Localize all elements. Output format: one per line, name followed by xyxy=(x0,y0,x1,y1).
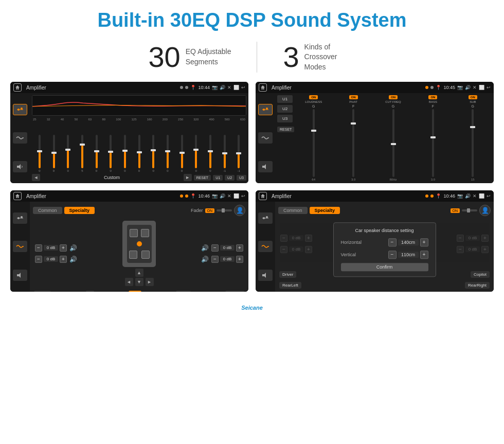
spec-profile-btn[interactable]: 👤 xyxy=(234,205,245,216)
eq-val-5: 0 xyxy=(96,169,97,172)
eq-preset-label: Custom xyxy=(42,175,182,180)
dist-rearleft-btn[interactable]: RearLeft xyxy=(279,282,301,289)
spec-fr-minus[interactable]: − xyxy=(211,244,219,252)
dist-rearright-btn[interactable]: RearRight xyxy=(465,282,490,289)
dist-driver-btn[interactable]: Driver xyxy=(279,271,296,278)
dist-sidebar-eq-btn[interactable] xyxy=(258,212,273,224)
sidebar-wave-btn[interactable] xyxy=(13,132,27,144)
dist-fl-plus[interactable]: + xyxy=(305,235,312,242)
eq-val-14: -1 xyxy=(223,169,226,172)
back-icon[interactable]: ↩ xyxy=(241,85,245,90)
spec-all-btn[interactable]: All xyxy=(129,291,141,292)
xover-phat-slider[interactable] xyxy=(352,109,354,177)
spec-copilot-btn[interactable]: Copilot xyxy=(225,291,244,292)
xover-u3-btn[interactable]: U3 xyxy=(277,115,293,122)
dist-rr-minus[interactable]: − xyxy=(457,246,464,253)
spec-fl-plus[interactable]: + xyxy=(60,244,67,252)
eq-u1-btn[interactable]: U1 xyxy=(213,175,223,181)
xover-main: U1 U2 U3 RESET ON LOUDNESS G 64 xyxy=(275,93,494,183)
xover-u2-btn[interactable]: U2 xyxy=(277,105,293,113)
xover-bass-slider[interactable] xyxy=(432,109,434,177)
sidebar-eq-btn[interactable] xyxy=(13,104,27,115)
sidebar-vol-btn[interactable] xyxy=(13,161,27,172)
eq-next-btn[interactable]: ► xyxy=(184,174,192,181)
spec-tab-specialty[interactable]: Specialty xyxy=(64,207,95,214)
eq-reset-btn[interactable]: RESET xyxy=(194,175,211,181)
spec-close-icon[interactable]: ✕ xyxy=(227,193,231,199)
spec-rl-plus[interactable]: + xyxy=(60,256,67,263)
dialog-horizontal-minus[interactable]: − xyxy=(388,238,397,246)
spec-rr-minus[interactable]: − xyxy=(211,256,219,263)
dist-tab-specialty[interactable]: Specialty xyxy=(310,207,340,214)
spec-rr-ctrl: 🔊 − 0 dB + xyxy=(201,256,243,263)
spec-sidebar-vol-btn[interactable] xyxy=(13,270,27,281)
eq-u2-btn[interactable]: U2 xyxy=(225,175,235,181)
confirm-button[interactable]: Confirm xyxy=(341,263,428,271)
window-icon[interactable]: ⬜ xyxy=(233,85,239,90)
xover-sub-slider[interactable] xyxy=(472,109,474,177)
spec-screen-title: Amplifier xyxy=(24,193,177,199)
dist-profile-btn[interactable]: 👤 xyxy=(479,205,491,216)
dialog-horizontal-plus[interactable]: + xyxy=(420,238,428,246)
spec-tab-common[interactable]: Common xyxy=(33,207,62,214)
xover-close-icon[interactable]: ✕ xyxy=(473,85,477,90)
dialog-vertical-plus[interactable]: + xyxy=(420,251,428,259)
spec-home-icon[interactable] xyxy=(13,192,22,200)
xover-u1-btn[interactable]: U1 xyxy=(277,95,293,103)
spec-user-btn[interactable]: User xyxy=(176,291,191,292)
dist-fl-minus[interactable]: − xyxy=(280,235,287,242)
dist-rr-plus[interactable]: + xyxy=(481,246,489,253)
dist-rl-minus[interactable]: − xyxy=(280,246,287,253)
dist-window-icon[interactable]: ⬜ xyxy=(479,193,484,199)
eq-slider-10: 0 xyxy=(161,135,174,172)
eq-prev-btn[interactable]: ◄ xyxy=(32,174,40,181)
dialog-vertical-minus[interactable]: − xyxy=(388,251,397,259)
xover-loudness-slider[interactable] xyxy=(313,109,315,177)
eq-val-4: 5 xyxy=(81,169,83,172)
spec-sidebar-eq-btn[interactable] xyxy=(13,212,27,224)
xover-sidebar-eq-btn[interactable] xyxy=(258,104,273,115)
xover-reset-btn[interactable]: RESET xyxy=(277,127,294,132)
eq-u3-btn[interactable]: U3 xyxy=(237,175,246,181)
spec-sidebar-wave-btn[interactable] xyxy=(13,241,27,252)
dist-fr-plus[interactable]: + xyxy=(481,235,489,242)
dist-tab-common[interactable]: Common xyxy=(278,207,308,214)
nav-left-btn[interactable]: ◄ xyxy=(125,278,133,286)
dist-back-icon[interactable]: ↩ xyxy=(487,193,491,199)
xover-sidebar-wave-btn[interactable] xyxy=(258,132,273,144)
dist-sidebar-vol-btn[interactable] xyxy=(258,270,273,281)
spec-screen-body: Common Specialty Fader ON 👤 xyxy=(10,202,248,292)
nav-down-btn[interactable]: ▼ xyxy=(135,278,143,286)
xover-cutfreq-slider[interactable] xyxy=(392,109,394,177)
xover-cutfreq-header: ON xyxy=(389,95,398,99)
nav-right-btn[interactable]: ► xyxy=(146,278,154,286)
dist-sidebar xyxy=(256,202,275,292)
spec-fl-minus[interactable]: − xyxy=(35,244,42,252)
home-icon[interactable] xyxy=(13,83,22,92)
freq-40: 40 xyxy=(61,118,64,121)
dot-icon xyxy=(180,86,183,89)
xover-ch-sub: ON SUB G 15 xyxy=(454,95,492,181)
dist-copilot-btn[interactable]: Copilot xyxy=(471,271,490,278)
spec-fr-plus[interactable]: + xyxy=(236,244,243,252)
xover-home-icon[interactable] xyxy=(259,83,267,92)
dist-rl-plus[interactable]: + xyxy=(305,246,312,253)
dist-fr-minus[interactable]: − xyxy=(457,235,464,242)
xover-sidebar-vol-btn[interactable] xyxy=(258,161,273,172)
dist-sidebar-wave-btn[interactable] xyxy=(258,241,273,252)
eq-val-7: 0 xyxy=(124,169,125,172)
dist-home-icon[interactable] xyxy=(259,192,267,200)
eq-sidebar xyxy=(10,93,30,183)
spec-driver-btn[interactable]: Driver xyxy=(34,291,51,292)
xover-back-icon[interactable]: ↩ xyxy=(487,85,491,90)
freq-32: 32 xyxy=(47,118,50,121)
spec-rl-minus[interactable]: − xyxy=(35,256,42,263)
xover-window-icon[interactable]: ⬜ xyxy=(479,85,484,90)
nav-up-btn[interactable]: ▲ xyxy=(135,269,143,277)
spec-window-icon[interactable]: ⬜ xyxy=(233,193,239,199)
spec-back-icon[interactable]: ↩ xyxy=(241,193,245,199)
dist-close-icon[interactable]: ✕ xyxy=(473,193,477,199)
close-icon[interactable]: ✕ xyxy=(227,85,231,90)
spec-rr-plus[interactable]: + xyxy=(236,256,243,263)
eq-track-1[interactable] xyxy=(39,135,41,168)
